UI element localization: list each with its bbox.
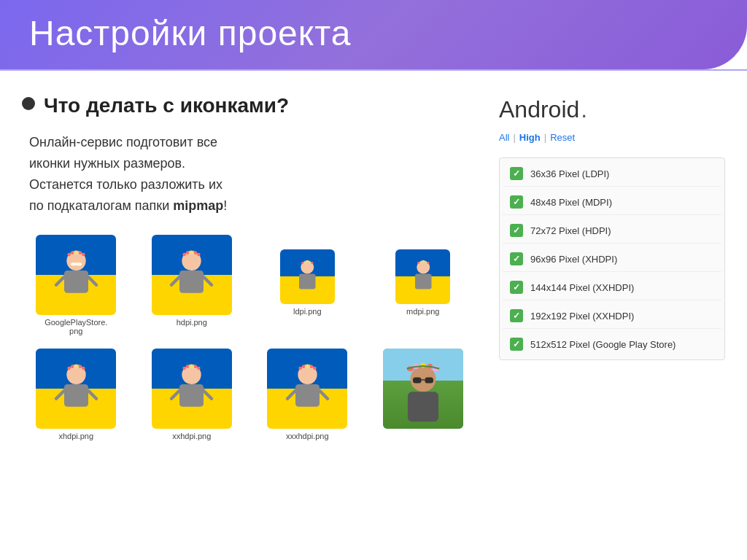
svg-line-14 [204, 277, 212, 285]
checkbox-item-xxhdpi[interactable]: 144x144 Pixel (XXHDPI) [503, 275, 721, 300]
checkbox-mdpi[interactable] [510, 195, 523, 209]
person-icon-mdpi [404, 257, 443, 296]
svg-point-8 [74, 251, 77, 254]
icon-label-ldpi: ldpi.png [293, 307, 322, 316]
svg-point-19 [197, 253, 200, 256]
svg-rect-40 [179, 384, 204, 407]
checkbox-list: 36x36 Pixel (LDPI) 48x48 Pixel (MDPI) 72… [499, 158, 725, 360]
checkbox-xhdpi[interactable] [510, 252, 523, 265]
svg-point-54 [306, 365, 309, 368]
person-icon-xxhdpi [163, 360, 220, 416]
android-title: Android [499, 96, 579, 123]
divider [0, 69, 747, 71]
icons-row2: xhdpi.png [22, 349, 477, 440]
checkbox-item-xxxhdpi[interactable]: 192x192 Pixel (XXHDPI) [503, 303, 721, 329]
icon-label-xxxhdpi: xxxhdpi.png [286, 432, 329, 440]
icon-item-googleplay: GooglePlayStore.png [22, 235, 131, 335]
svg-point-35 [71, 365, 74, 368]
icon-item-mdpi: mdpi.png [369, 235, 478, 335]
svg-point-7 [71, 252, 74, 254]
checkbox-item-gps[interactable]: 512x512 Pixel (Google Play Store) [503, 332, 721, 357]
svg-rect-49 [295, 384, 320, 407]
bullet-dot [22, 97, 35, 110]
checkbox-label-hdpi: 72x72 Pixel (HDPI) [530, 225, 611, 236]
icon-hdpi [152, 235, 232, 315]
svg-point-37 [79, 365, 82, 368]
page-title: Настройки проекта [29, 13, 718, 53]
checkbox-label-gps: 512x512 Pixel (Google Play Store) [530, 339, 676, 350]
icon-label-photo [422, 432, 424, 440]
checkbox-label-xhdpi: 96x96 Pixel (XHDPI) [530, 254, 617, 265]
checkbox-ldpi[interactable] [510, 167, 523, 180]
checkbox-item-xhdpi[interactable]: 96x96 Pixel (XHDPI) [503, 246, 721, 272]
svg-point-27 [417, 262, 419, 264]
icon-item-photo [369, 349, 478, 440]
description-text: Онлайн-сервис подготовит все иконки нужн… [22, 132, 477, 216]
svg-line-32 [56, 391, 64, 399]
desc-line1: Онлайн-сервис подготовит все [29, 135, 217, 149]
svg-line-41 [171, 391, 179, 399]
icon-item-xxxhdpi: xxxhdpi.png [253, 349, 362, 440]
person-icon-hdpi [163, 246, 220, 303]
icon-item-hdpi: hdpi.png [138, 235, 247, 335]
svg-point-47 [197, 367, 200, 370]
icon-label-hdpi: hdpi.png [177, 318, 207, 327]
svg-point-45 [190, 365, 193, 368]
svg-rect-31 [64, 384, 88, 407]
svg-line-33 [88, 391, 96, 399]
svg-point-18 [194, 252, 197, 254]
svg-rect-58 [408, 392, 438, 421]
checkbox-label-ldpi: 36x36 Pixel (LDPI) [530, 168, 609, 179]
filter-reset[interactable]: Reset [550, 132, 575, 143]
checkbox-gps[interactable] [510, 338, 523, 351]
checkbox-xxhdpi[interactable] [510, 281, 523, 294]
bullet-question: Что делать с иконками? [22, 93, 477, 119]
checkbox-item-hdpi[interactable]: 72x72 Pixel (HDPI) [503, 218, 721, 244]
svg-point-16 [186, 252, 189, 254]
icon-googleplay [36, 235, 116, 315]
svg-point-56 [313, 367, 316, 370]
svg-rect-60 [425, 377, 433, 383]
svg-point-28 [422, 260, 424, 262]
icon-item-ldpi: ldpi.png [253, 235, 362, 335]
svg-rect-59 [413, 377, 422, 383]
slide: Настройки проекта Что делать с иконками?… [0, 0, 747, 560]
icon-xxxhdpi [267, 349, 347, 429]
icon-label-xxhdpi: xxhdpi.png [172, 432, 211, 440]
left-column: Что делать с иконками? Онлайн-сервис под… [22, 93, 477, 545]
icon-item-xhdpi: xhdpi.png [22, 349, 131, 440]
svg-point-36 [74, 365, 77, 368]
icon-item-xxhdpi: xxhdpi.png [138, 349, 247, 440]
svg-point-55 [310, 365, 313, 368]
svg-point-23 [306, 260, 309, 262]
checkbox-label-mdpi: 48x48 Pixel (MDPI) [530, 197, 612, 208]
person-icon-xhdpi [48, 360, 104, 416]
filter-all[interactable]: All [499, 132, 509, 143]
svg-point-52 [298, 367, 301, 370]
person-icon-ldpi [288, 257, 327, 296]
svg-line-3 [88, 277, 96, 285]
svg-rect-1 [64, 271, 88, 293]
icon-ldpi [280, 249, 335, 304]
checkbox-hdpi[interactable] [510, 224, 523, 237]
checkbox-item-ldpi[interactable]: 36x36 Pixel (LDPI) [503, 161, 721, 187]
svg-rect-26 [415, 273, 432, 289]
photo-person-svg [391, 360, 455, 429]
question-heading: Что делать с иконками? [44, 93, 289, 119]
right-column: Android . All | High | Reset 36x36 Pixel… [499, 93, 725, 545]
svg-line-51 [320, 391, 328, 399]
icon-xxhdpi [152, 349, 232, 429]
svg-line-42 [204, 391, 212, 399]
svg-point-44 [186, 365, 189, 368]
icon-xhdpi [36, 349, 116, 429]
icon-label-mdpi: mdpi.png [406, 307, 439, 316]
main-content: Что делать с иконками? Онлайн-сервис под… [0, 78, 747, 560]
checkbox-item-mdpi[interactable]: 48x48 Pixel (MDPI) [503, 190, 721, 215]
desc-line3: Останется только разложить их [29, 177, 222, 192]
desc-line4: по подкаталогам папки [29, 198, 173, 213]
icon-mdpi [395, 249, 450, 304]
svg-point-9 [79, 252, 82, 254]
svg-line-2 [56, 277, 64, 285]
checkbox-xxxhdpi[interactable] [510, 309, 523, 322]
filter-high[interactable]: High [519, 132, 541, 143]
